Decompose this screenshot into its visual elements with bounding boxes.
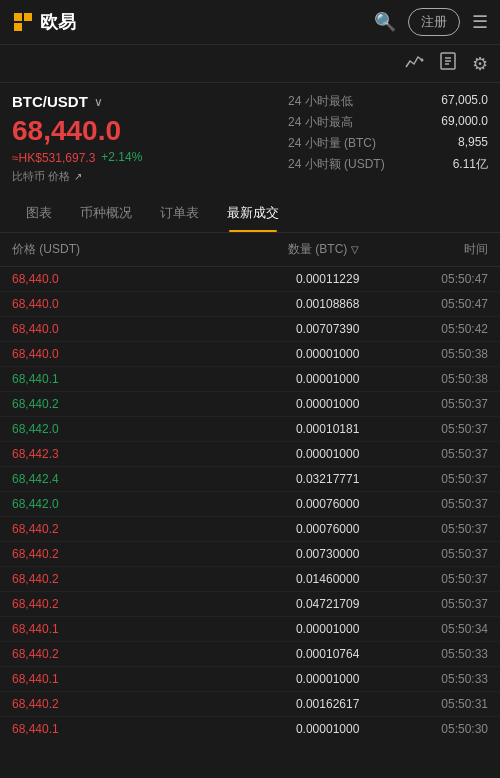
table-row: 68,440.0 0.00707390 05:50:42 <box>0 317 500 342</box>
trade-price: 68,442.0 <box>12 422 166 436</box>
table-row: 68,440.1 0.00001000 05:50:33 <box>0 667 500 692</box>
table-row: 68,440.0 0.00108868 05:50:47 <box>0 292 500 317</box>
trade-amount: 0.00001000 <box>166 372 359 386</box>
stat-label-low: 24 小时最低 <box>288 93 353 110</box>
settings-icon[interactable]: ⚙ <box>472 53 488 75</box>
table-row: 68,440.2 0.04721709 05:50:37 <box>0 592 500 617</box>
search-icon[interactable]: 🔍 <box>374 11 396 33</box>
trade-time: 05:50:37 <box>359 447 488 461</box>
menu-icon[interactable]: ☰ <box>472 11 488 33</box>
pair-dropdown[interactable]: ∨ <box>94 95 103 109</box>
table-row: 68,440.1 0.00001000 05:50:38 <box>0 367 500 392</box>
trade-price: 68,440.2 <box>12 547 166 561</box>
table-row: 68,442.0 0.00010181 05:50:37 <box>0 417 500 442</box>
trade-amount: 0.00730000 <box>166 547 359 561</box>
stat-value-high: 69,000.0 <box>441 114 488 131</box>
trade-time: 05:50:30 <box>359 722 488 736</box>
btc-label: 比特币 价格 ↗ <box>12 169 288 184</box>
stat-value-low: 67,005.0 <box>441 93 488 110</box>
stat-label-amount: 24 小时额 (USDT) <box>288 156 385 173</box>
tab-orders[interactable]: 订单表 <box>146 194 213 232</box>
trade-amount: 0.00010181 <box>166 422 359 436</box>
trade-price: 68,440.0 <box>12 322 166 336</box>
trade-price: 68,440.1 <box>12 622 166 636</box>
table-row: 68,440.1 0.00001000 05:50:34 <box>0 617 500 642</box>
svg-rect-3 <box>14 23 22 31</box>
logo-text: 欧易 <box>40 10 76 34</box>
trade-price: 68,440.2 <box>12 522 166 536</box>
hk-price: ≈HK$531,697.3 <box>12 151 95 165</box>
register-button[interactable]: 注册 <box>408 8 460 36</box>
trade-amount: 0.00001000 <box>166 672 359 686</box>
tab-overview[interactable]: 币种概况 <box>66 194 146 232</box>
table-row: 68,440.2 0.00730000 05:50:37 <box>0 542 500 567</box>
stat-label-high: 24 小时最高 <box>288 114 353 131</box>
pair-name: BTC/USDT <box>12 93 88 110</box>
trade-time: 05:50:34 <box>359 622 488 636</box>
table-row: 68,440.2 0.00001000 05:50:37 <box>0 392 500 417</box>
trade-time: 05:50:38 <box>359 372 488 386</box>
trade-price: 68,442.0 <box>12 497 166 511</box>
stat-row-high: 24 小时最高 69,000.0 <box>288 114 488 131</box>
trade-amount: 0.00707390 <box>166 322 359 336</box>
trade-time: 05:50:47 <box>359 297 488 311</box>
table-row: 68,440.1 0.00001000 05:50:30 <box>0 717 500 741</box>
trade-time: 05:50:31 <box>359 697 488 711</box>
table-row: 68,440.2 0.00076000 05:50:37 <box>0 517 500 542</box>
price-header: BTC/USDT ∨ 68,440.0 ≈HK$531,697.3 +2.14%… <box>0 83 500 194</box>
trade-price: 68,440.2 <box>12 572 166 586</box>
trade-amount: 0.01460000 <box>166 572 359 586</box>
trade-price: 68,440.1 <box>12 372 166 386</box>
app-header: 欧易 🔍 注册 ☰ <box>0 0 500 45</box>
trade-amount: 0.00162617 <box>166 697 359 711</box>
trade-price: 68,442.3 <box>12 447 166 461</box>
col-header-amount: 数量 (BTC) ▽ <box>166 241 359 258</box>
table-row: 68,440.2 0.01460000 05:50:37 <box>0 567 500 592</box>
tab-trades[interactable]: 最新成交 <box>213 194 293 232</box>
book-icon[interactable] <box>438 51 458 76</box>
trade-amount: 0.00001000 <box>166 397 359 411</box>
svg-rect-1 <box>14 13 22 21</box>
header-actions: 🔍 注册 ☰ <box>374 8 488 36</box>
trade-price: 68,442.4 <box>12 472 166 486</box>
trade-time: 05:50:38 <box>359 347 488 361</box>
trade-time: 05:50:37 <box>359 597 488 611</box>
tab-bar: 图表 币种概况 订单表 最新成交 <box>0 194 500 233</box>
trade-amount: 0.00001000 <box>166 347 359 361</box>
trade-price: 68,440.2 <box>12 697 166 711</box>
trade-time: 05:50:33 <box>359 672 488 686</box>
table-row: 68,442.4 0.03217771 05:50:37 <box>0 467 500 492</box>
table-row: 68,440.2 0.00010764 05:50:33 <box>0 642 500 667</box>
trade-price: 68,440.1 <box>12 672 166 686</box>
col-header-price: 价格 (USDT) <box>12 241 166 258</box>
trade-time: 05:50:37 <box>359 472 488 486</box>
chart-icon[interactable] <box>404 51 424 76</box>
trade-amount: 0.04721709 <box>166 597 359 611</box>
logo-icon <box>12 11 34 33</box>
trade-time: 05:50:37 <box>359 522 488 536</box>
trade-price: 68,440.2 <box>12 397 166 411</box>
trade-price: 68,440.0 <box>12 297 166 311</box>
tab-chart[interactable]: 图表 <box>12 194 66 232</box>
svg-rect-2 <box>24 13 32 21</box>
trade-price: 68,440.2 <box>12 647 166 661</box>
trade-amount: 0.03217771 <box>166 472 359 486</box>
trade-table: 价格 (USDT) 数量 (BTC) ▽ 时间 68,440.0 0.00011… <box>0 233 500 741</box>
price-left: BTC/USDT ∨ 68,440.0 ≈HK$531,697.3 +2.14%… <box>12 93 288 184</box>
table-row: 68,440.2 0.00162617 05:50:31 <box>0 692 500 717</box>
col-header-time: 时间 <box>359 241 488 258</box>
trade-time: 05:50:42 <box>359 322 488 336</box>
trade-price: 68,440.1 <box>12 722 166 736</box>
trade-amount: 0.00001000 <box>166 722 359 736</box>
trade-amount: 0.00001000 <box>166 622 359 636</box>
trade-time: 05:50:37 <box>359 572 488 586</box>
change-pct: +2.14% <box>101 150 142 164</box>
trade-price: 68,440.0 <box>12 272 166 286</box>
table-row: 68,442.3 0.00001000 05:50:37 <box>0 442 500 467</box>
trade-time: 05:50:37 <box>359 497 488 511</box>
filter-icon[interactable]: ▽ <box>351 244 359 255</box>
trade-time: 05:50:37 <box>359 397 488 411</box>
trade-price: 68,440.0 <box>12 347 166 361</box>
svg-point-4 <box>421 59 424 62</box>
trade-time: 05:50:37 <box>359 547 488 561</box>
